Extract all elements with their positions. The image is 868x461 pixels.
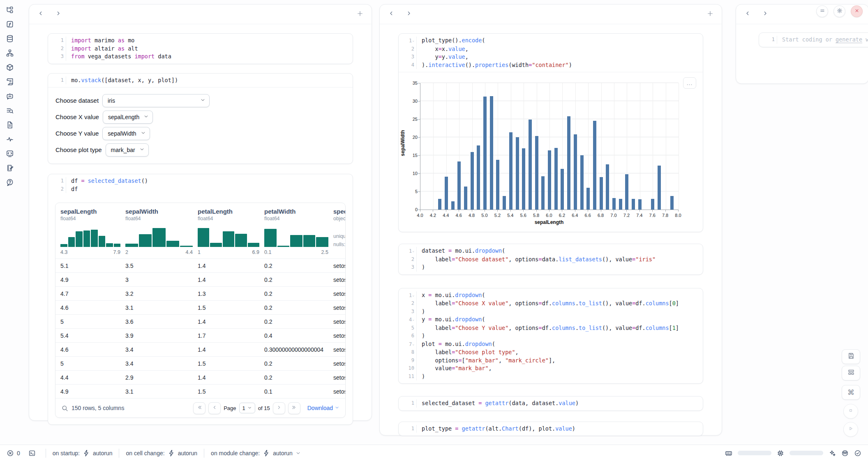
copilot-icon[interactable]: [841, 449, 849, 457]
column-histogram[interactable]: [60, 226, 120, 247]
code-line[interactable]: 1⌄x = mo.ui.dropdown(: [399, 291, 699, 300]
plot-type-select[interactable]: mark_bar: [106, 143, 149, 157]
chevron-left-icon[interactable]: [35, 9, 46, 20]
empty-code-cell[interactable]: 1 Start coding or generate with: [759, 32, 868, 47]
table-row[interactable]: 53.61.40.2setos: [55, 314, 345, 328]
chevron-right-icon[interactable]: [52, 9, 64, 20]
code-line[interactable]: 4).interactive().properties(width="conta…: [399, 61, 699, 69]
code-line[interactable]: 10 value="mark_bar",: [399, 364, 699, 373]
vstack-code-cell[interactable]: 1mo.vstack([dataset, x, y, plot]) Choose…: [48, 73, 353, 164]
fold-chevron-icon[interactable]: ⌄: [412, 39, 414, 42]
snippets-icon[interactable]: [6, 150, 14, 158]
script-icon[interactable]: [6, 78, 14, 86]
scratchpad-icon[interactable]: [6, 164, 14, 172]
table-row[interactable]: 4.63.41.40.30000000000000004setos: [55, 342, 345, 356]
code-line[interactable]: 1selected_dataset = getattr(data, datase…: [399, 399, 699, 408]
sitemap-icon[interactable]: [6, 49, 14, 57]
column-header-sepalWidth[interactable]: sepalWidthfloat6424.4: [120, 208, 193, 255]
package-icon[interactable]: [6, 63, 14, 71]
document-icon[interactable]: [6, 121, 14, 129]
column-header-sepalLength[interactable]: sepalLengthfloat644.37.9: [55, 208, 120, 255]
run-button[interactable]: [843, 422, 858, 437]
code-line[interactable]: 1⌄dataset = mo.ui.dropdown(: [399, 247, 699, 256]
activity-icon[interactable]: [6, 135, 14, 143]
save-button[interactable]: [842, 349, 860, 364]
close-button[interactable]: [851, 5, 863, 17]
sparkles-ai-icon[interactable]: [829, 449, 836, 457]
table-row[interactable]: 53.41.50.2setos: [55, 356, 345, 370]
fold-chevron-icon[interactable]: ⌄: [412, 249, 414, 253]
column-header-petalLength[interactable]: petalLengthfloat6416.9: [193, 208, 259, 255]
vega-actions-button[interactable]: ...: [683, 77, 696, 89]
xy-plot-dropdown-code-cell[interactable]: 1⌄x = mo.ui.dropdown(2 label="Choose X v…: [398, 288, 703, 384]
table-row[interactable]: 4.63.11.50.2setos: [55, 300, 345, 314]
code-line[interactable]: 1import marimo as mo: [48, 37, 349, 45]
dataset-dropdown-code-cell[interactable]: 1⌄dataset = mo.ui.dropdown(2 label="Choo…: [398, 244, 703, 275]
on-cell-change-setting[interactable]: on cell change: autorun: [126, 449, 197, 457]
stop-button[interactable]: [843, 404, 858, 419]
download-button[interactable]: Download: [307, 405, 339, 411]
chat-bot-icon[interactable]: [6, 92, 14, 100]
prev-page-button[interactable]: [208, 402, 221, 414]
add-cell-icon[interactable]: [704, 9, 716, 20]
code-line[interactable]: 9 options=["mark_bar", "mark_circle"],: [399, 357, 699, 365]
last-page-button[interactable]: [288, 402, 300, 414]
code-line[interactable]: 2 label="Choose X value", options=df.col…: [399, 300, 699, 308]
table-row[interactable]: 4.42.91.40.2setos: [55, 370, 345, 384]
layout-button[interactable]: [842, 366, 860, 380]
dataframe-code-cell[interactable]: 1df = selected_dataset()2df sepalLengthf…: [48, 174, 353, 425]
imports-code-cell[interactable]: 1import marimo as mo2import altair as al…: [48, 33, 353, 64]
generate-link[interactable]: generate: [836, 36, 862, 43]
code-line[interactable]: 1mo.vstack([dataset, x, y, plot]): [48, 76, 349, 85]
code-line[interactable]: 2df: [48, 185, 349, 194]
editor-placeholder[interactable]: Start coding or generate with: [777, 36, 868, 44]
x-select[interactable]: sepalLength: [103, 111, 153, 124]
chart-plot-area[interactable]: [420, 83, 679, 210]
settings-button[interactable]: [833, 5, 845, 17]
terminal-icon[interactable]: [28, 449, 36, 457]
table-row[interactable]: 4.73.21.30.2setos: [55, 286, 345, 300]
connection-status-icon[interactable]: [854, 449, 861, 457]
table-row[interactable]: 4.931.40.2setos: [55, 272, 345, 286]
code-line[interactable]: 2 label="Choose dataset", options=data.l…: [399, 256, 699, 264]
plot-type-code-cell[interactable]: 1plot_type = getattr(alt.Chart(df), plot…: [398, 422, 703, 436]
error-indicator[interactable]: 0: [7, 449, 20, 457]
column-header-speci[interactable]: speciobjecuniqunulls:: [328, 208, 346, 255]
code-line[interactable]: 7⌄plot = mo.ui.dropdown(: [399, 340, 699, 349]
code-line[interactable]: 8 label="Choose plot type",: [399, 348, 699, 357]
selected-dataset-code-cell[interactable]: 1selected_dataset = getattr(data, datase…: [398, 396, 703, 411]
chevron-left-icon[interactable]: [742, 9, 753, 20]
column-header-petalWidth[interactable]: petalWidthfloat640.12.5: [259, 208, 328, 255]
code-line[interactable]: 3): [399, 263, 699, 272]
code-line[interactable]: 2import altair as alt: [48, 45, 349, 53]
database-icon[interactable]: [6, 35, 14, 43]
column-histogram[interactable]: [264, 226, 328, 247]
chevron-right-icon[interactable]: [759, 9, 771, 20]
first-page-button[interactable]: [193, 402, 205, 414]
page-select[interactable]: 1: [239, 403, 255, 413]
table-row[interactable]: 4.93.11.50.1setos: [55, 384, 345, 398]
fold-chevron-icon[interactable]: ⌄: [412, 342, 414, 346]
code-line[interactable]: 1df = selected_dataset(): [48, 177, 349, 185]
file-tree-icon[interactable]: [6, 6, 14, 14]
add-cell-icon[interactable]: [354, 9, 366, 20]
chevron-left-icon[interactable]: [386, 9, 397, 20]
search-list-icon[interactable]: [6, 106, 14, 115]
y-select[interactable]: sepalWidth: [102, 127, 150, 140]
chevron-right-icon[interactable]: [403, 9, 414, 20]
help-icon[interactable]: [6, 178, 14, 187]
function-icon[interactable]: [6, 20, 14, 28]
command-palette-button[interactable]: ⌘: [842, 385, 860, 400]
on-module-change-setting[interactable]: on module change: autorun: [211, 449, 301, 457]
code-line[interactable]: 11): [399, 373, 699, 381]
next-page-button[interactable]: [273, 402, 285, 414]
search-icon[interactable]: [61, 405, 68, 412]
code-line[interactable]: 1plot_type = getattr(alt.Chart(df), plot…: [399, 425, 699, 433]
menu-button[interactable]: [816, 5, 828, 17]
table-row[interactable]: 5.13.51.40.2setos: [55, 258, 345, 272]
on-startup-setting[interactable]: on startup: autorun: [53, 449, 113, 457]
code-line[interactable]: 2 x=x.value,: [399, 45, 699, 53]
fold-chevron-icon[interactable]: ⌄: [412, 293, 414, 297]
code-line[interactable]: 3 y=y.value,: [399, 53, 699, 61]
code-line[interactable]: 3): [399, 308, 699, 316]
